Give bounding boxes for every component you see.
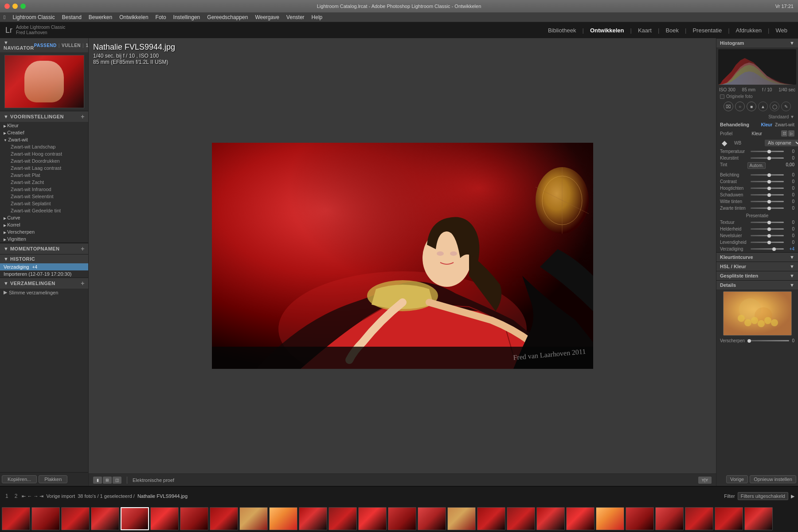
navigator-thumbnail[interactable] — [4, 55, 84, 108]
preset-zw-seplatint[interactable]: Zwart-wit Seplatint — [0, 200, 88, 207]
fill-btn[interactable]: VULLEN — [62, 43, 81, 48]
mac-window-controls[interactable] — [4, 4, 26, 9]
fit-btn[interactable]: PASSEND — [34, 43, 57, 48]
thumb-11[interactable] — [299, 507, 327, 530]
thumb-22[interactable] — [626, 507, 654, 530]
hoogtichten-slider[interactable] — [751, 188, 784, 189]
module-afdrukken[interactable]: Afdrukken — [731, 25, 767, 35]
plakken-button[interactable]: Plakken — [39, 475, 67, 483]
opnieuw-instellen-button[interactable]: Opnieuw instellen — [750, 475, 796, 483]
app-menu[interactable]: Lightroom Classic — [12, 14, 55, 20]
preset-zw-infrarood[interactable]: Zwart-wit Infrarood — [0, 186, 88, 193]
thumb-14[interactable] — [388, 507, 416, 530]
thumb-13[interactable] — [358, 507, 387, 530]
preset-zw-gedeelde-tint[interactable]: Zwart-wit Gedeelde tint — [0, 207, 88, 214]
menu-venster[interactable]: Venster — [286, 14, 305, 20]
schaduwen-slider[interactable] — [751, 194, 784, 196]
thumb-26[interactable] — [744, 507, 773, 530]
nevels-thumb[interactable] — [767, 234, 771, 238]
apple-menu[interactable]:  — [4, 14, 5, 20]
module-boek[interactable]: Boek — [660, 25, 684, 35]
navigator-header[interactable]: ▼ Navigator PASSEND | VULLEN | 1:1 | 1:4 — [0, 38, 88, 52]
compare-view-icon[interactable]: ◫ — [113, 477, 121, 484]
helderheid-slider[interactable] — [751, 228, 784, 230]
momentopnamen-add[interactable]: + — [81, 245, 85, 252]
kleurstint-slider[interactable] — [751, 157, 784, 159]
main-photo-view[interactable]: Fred van Laarhoven 2011 — [89, 38, 716, 473]
menu-help[interactable]: Help — [312, 14, 323, 20]
autom-tint-btn[interactable]: Autom. — [747, 162, 766, 169]
verscherpen-slider[interactable] — [747, 340, 789, 341]
zwarte-slider[interactable] — [751, 207, 784, 209]
preset-zw-plat[interactable]: Zwart-wit Plat — [0, 172, 88, 179]
preset-zwart-wit[interactable]: Zwart-wit — [0, 136, 88, 143]
menu-gereedschappen[interactable]: Gereedschappen — [207, 14, 248, 20]
belichting-thumb[interactable] — [767, 173, 771, 177]
kopieren-button[interactable]: Kopiëren... — [2, 475, 37, 483]
grid-view-icon[interactable]: ⊞ — [103, 477, 112, 484]
profiel-expand-btn[interactable]: ▷ — [788, 130, 794, 137]
thumb-4[interactable] — [91, 507, 119, 530]
thumb-5-selected[interactable] — [121, 507, 149, 530]
history-importeren[interactable]: Importeren (12-07-19 17:20:30) — [0, 270, 88, 278]
menu-instellingen[interactable]: Instellingen — [173, 14, 200, 20]
profiel-grid-btn[interactable]: ☷ — [781, 130, 787, 137]
filmstrip-nav-2[interactable]: 2 — [13, 492, 20, 500]
maximize-button[interactable] — [20, 4, 26, 9]
thumb-16[interactable] — [447, 507, 476, 530]
preset-zw-doordrukken[interactable]: Zwart-wit Doordrukken — [0, 157, 88, 164]
contrast-thumb[interactable] — [767, 180, 771, 184]
gesplitste-header[interactable]: Gesplitste tinten ▼ — [716, 271, 798, 280]
thumb-2[interactable] — [31, 507, 60, 530]
filmstrip-right-arrow[interactable]: ▶ — [791, 493, 794, 499]
preset-zw-laag-contrast[interactable]: Zwart-wit Laag contrast — [0, 164, 88, 172]
thumb-9[interactable] — [239, 507, 268, 530]
temp-slider[interactable] — [751, 151, 784, 152]
first-arrow[interactable]: ⇤ — [22, 493, 26, 499]
momentopnamen-header[interactable]: ▼ Momentopnamen + — [0, 243, 88, 254]
preset-curve[interactable]: Curve — [0, 214, 88, 221]
thumb-3[interactable] — [61, 507, 90, 530]
redeye-tool[interactable]: ■ — [747, 102, 756, 111]
menu-bestand[interactable]: Bestand — [62, 14, 82, 20]
menu-bewerken[interactable]: Bewerken — [89, 14, 112, 20]
preset-vignitten[interactable]: Vignitten — [0, 235, 88, 243]
filmstrip-nav-1[interactable]: 1 — [4, 492, 10, 500]
module-web[interactable]: Web — [771, 25, 793, 35]
schaduwen-thumb[interactable] — [767, 193, 771, 197]
voorinstellingen-add[interactable]: + — [81, 113, 85, 120]
thumb-24[interactable] — [685, 507, 713, 530]
thumb-12[interactable] — [329, 507, 357, 530]
verzamelingen-add[interactable]: + — [81, 280, 85, 287]
verzamelingen-header[interactable]: ▼ Verzamelingen + — [0, 278, 88, 289]
next-arrow[interactable]: → — [33, 493, 38, 499]
hsl-header[interactable]: HSL / Kleur ▼ — [716, 262, 798, 271]
preset-kleur[interactable]: Kleur — [0, 122, 88, 129]
behandeling-zwart-wit[interactable]: Zwart-wit — [775, 122, 794, 127]
zwarte-thumb[interactable] — [767, 207, 771, 210]
preset-zw-landschap[interactable]: Zwart-wit Landschap — [0, 143, 88, 150]
before-after-icon[interactable]: Y|Y — [698, 477, 712, 484]
thumb-17[interactable] — [477, 507, 505, 530]
verzadiging-thumb[interactable] — [772, 247, 776, 251]
module-ontwikkelen[interactable]: Ontwikkelen — [585, 25, 630, 35]
kleurtintcurve-header[interactable]: Kleurtintcurve ▼ — [716, 252, 798, 262]
textuur-thumb[interactable] — [767, 221, 771, 224]
menu-foto[interactable]: Foto — [156, 14, 166, 20]
nevels-slider[interactable] — [751, 235, 784, 236]
thumb-15[interactable] — [418, 507, 446, 530]
thumb-19[interactable] — [536, 507, 565, 530]
temp-thumb[interactable] — [767, 150, 771, 153]
thumb-8[interactable] — [210, 507, 238, 530]
thumb-25[interactable] — [715, 507, 743, 530]
menu-ontwikkelen[interactable]: Ontwikkelen — [119, 14, 148, 20]
gradient-tool[interactable]: ▲ — [758, 102, 768, 111]
module-presentatie[interactable]: Presentatie — [687, 25, 727, 35]
wb-dropdown[interactable]: Als opname Automatisch Daglicht Bewolkt … — [765, 140, 798, 146]
last-arrow[interactable]: ⇥ — [39, 493, 43, 499]
thumb-7[interactable] — [180, 507, 208, 530]
preset-verscherpen[interactable]: Verscherpen — [0, 228, 88, 235]
single-view-icon[interactable]: ▮ — [93, 477, 102, 484]
verzadiging-slider[interactable] — [751, 248, 784, 250]
witte-slider[interactable] — [751, 201, 784, 202]
